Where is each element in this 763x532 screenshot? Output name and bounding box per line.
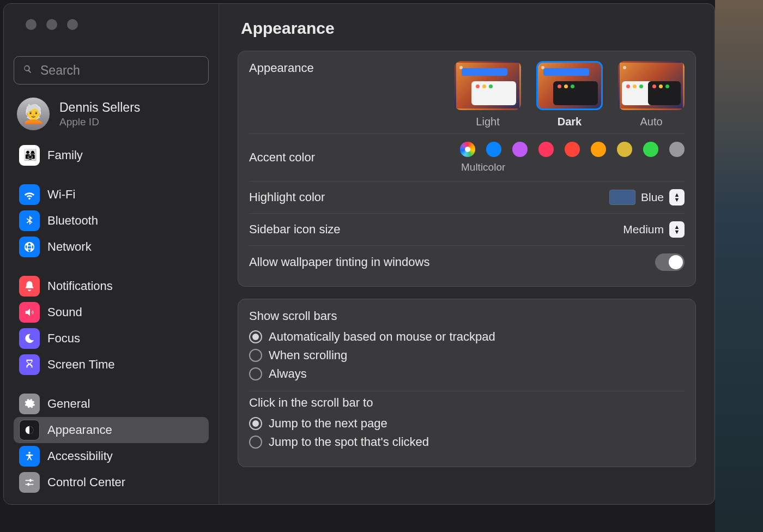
click-option-spot-clicked[interactable]: Jump to the spot that's clicked: [249, 433, 685, 451]
sidebar-item-screen-time[interactable]: Screen Time: [14, 352, 209, 378]
click-option-next-page[interactable]: Jump to the next page: [249, 414, 685, 433]
bell-icon: [19, 276, 40, 297]
radio-icon: [249, 330, 262, 343]
scroll-option-when-scrolling[interactable]: When scrolling: [249, 346, 685, 365]
sidebar-item-label: Screen Time: [47, 358, 115, 372]
radio-label: When scrolling: [269, 348, 347, 362]
sidebar-icon-size-select[interactable]: Medium ▲▼: [623, 221, 685, 238]
accent-gray[interactable]: [669, 142, 685, 157]
close-icon[interactable]: [26, 19, 37, 30]
scroll-option-always[interactable]: Always: [249, 365, 685, 383]
search-icon: [22, 63, 34, 77]
click-in-scrollbar-label: Click in the scroll bar to: [249, 396, 685, 410]
search-field[interactable]: [14, 56, 209, 84]
network-icon: [19, 237, 40, 257]
svg-point-1: [28, 452, 31, 454]
radio-icon: [249, 436, 262, 449]
accent-caption: Multicolor: [461, 161, 505, 173]
highlight-swatch-icon: [609, 190, 635, 205]
sidebar-item-notifications[interactable]: Notifications: [14, 273, 209, 299]
zoom-icon[interactable]: [67, 19, 78, 30]
sidebar-item-label: Accessibility: [47, 449, 113, 463]
sidebar-item-bluetooth[interactable]: Bluetooth: [14, 208, 209, 234]
account-name: Dennis Sellers: [59, 100, 140, 115]
theme-options: Light Dark Auto: [455, 61, 685, 128]
sidebar-item-appearance[interactable]: Appearance: [14, 417, 209, 443]
radio-label: Jump to the spot that's clicked: [269, 435, 429, 449]
account-sub: Apple ID: [59, 116, 140, 128]
wifi-icon: [19, 184, 40, 205]
theme-option-light[interactable]: Light: [455, 61, 521, 128]
theme-option-dark[interactable]: Dark: [536, 61, 603, 128]
sidebar-item-accessibility[interactable]: Accessibility: [14, 443, 209, 469]
accent-red[interactable]: [565, 142, 580, 157]
radio-icon: [249, 367, 262, 380]
moon-icon: [19, 328, 40, 349]
sidebar-item-label: Network: [47, 240, 92, 254]
theme-option-label: Dark: [558, 116, 582, 128]
accent-green[interactable]: [643, 142, 658, 157]
sidebar-item-label: General: [47, 397, 90, 411]
main-content: Appearance Appearance Light Dark: [219, 4, 714, 504]
sidebar-item-network[interactable]: Network: [14, 234, 209, 260]
radio-label: Jump to the next page: [269, 416, 387, 431]
sidebar-item-label: Bluetooth: [47, 214, 98, 228]
theme-option-auto[interactable]: Auto: [618, 61, 685, 128]
account-row[interactable]: 🧑‍🦳 Dennis Sellers Apple ID: [14, 84, 209, 136]
bluetooth-icon: [19, 210, 40, 231]
accent-color-picker: [460, 142, 685, 157]
radio-label: Automatically based on mouse or trackpad: [269, 330, 495, 344]
page-title: Appearance: [241, 19, 696, 38]
radio-label: Always: [269, 367, 307, 381]
chevron-updown-icon: ▲▼: [669, 221, 685, 238]
family-icon: 👨‍👩‍👧: [19, 145, 40, 166]
sidebar-item-label: Control Center: [47, 475, 125, 489]
appearance-panel: Appearance Light Dark: [238, 51, 696, 287]
appearance-icon: [19, 420, 40, 440]
accent-orange[interactable]: [591, 142, 606, 157]
gear-icon: [19, 394, 40, 414]
sidebar-item-general[interactable]: General: [14, 391, 209, 417]
sidebar-item-wifi[interactable]: Wi-Fi: [14, 182, 209, 208]
accent-color-label: Accent color: [249, 150, 315, 165]
highlight-color-select[interactable]: Blue ▲▼: [609, 189, 685, 205]
sidebar-item-label: Focus: [47, 331, 80, 346]
sidebar-item-label: Family: [47, 148, 83, 162]
search-input[interactable]: [39, 63, 202, 78]
radio-icon: [249, 417, 262, 430]
accent-yellow[interactable]: [617, 142, 632, 157]
highlight-color-label: Highlight color: [249, 190, 325, 204]
hourglass-icon: [19, 354, 40, 375]
chevron-updown-icon: ▲▼: [669, 189, 685, 205]
highlight-value: Blue: [641, 191, 664, 204]
sidebar-item-label: Notifications: [47, 279, 113, 293]
radio-icon: [249, 349, 262, 362]
avatar: 🧑‍🦳: [17, 98, 50, 130]
sidebar-icon-size-value: Medium: [623, 223, 664, 236]
sidebar-item-label: Sound: [47, 305, 82, 319]
sliders-icon: [19, 472, 40, 493]
sidebar-item-focus[interactable]: Focus: [14, 325, 209, 352]
sidebar-list: 👨‍👩‍👧 Family Wi-Fi Bluetooth: [14, 139, 209, 495]
speaker-icon: [19, 302, 40, 323]
sidebar-item-family[interactable]: 👨‍👩‍👧 Family: [14, 142, 209, 168]
theme-option-label: Light: [476, 116, 499, 128]
minimize-icon[interactable]: [46, 19, 57, 30]
theme-option-label: Auto: [640, 116, 662, 128]
system-settings-window: 🧑‍🦳 Dennis Sellers Apple ID 👨‍👩‍👧 Family: [3, 3, 715, 505]
sidebar-item-label: Wi-Fi: [47, 188, 75, 202]
sidebar-item-sound[interactable]: Sound: [14, 299, 209, 325]
scroll-option-auto[interactable]: Automatically based on mouse or trackpad: [249, 328, 685, 346]
accent-pink[interactable]: [538, 142, 554, 157]
accent-blue[interactable]: [486, 142, 501, 157]
sidebar-item-label: Appearance: [47, 423, 112, 437]
accessibility-icon: [19, 446, 40, 467]
accent-purple[interactable]: [512, 142, 528, 157]
sidebar-icon-size-label: Sidebar icon size: [249, 222, 341, 237]
wallpaper-tinting-toggle[interactable]: [655, 253, 685, 271]
sidebar-item-control-center[interactable]: Control Center: [14, 469, 209, 495]
sidebar: 🧑‍🦳 Dennis Sellers Apple ID 👨‍👩‍👧 Family: [4, 4, 219, 504]
desktop-background-strip: [715, 0, 763, 532]
accent-multicolor[interactable]: [460, 142, 475, 157]
show-scroll-bars-label: Show scroll bars: [249, 309, 685, 323]
